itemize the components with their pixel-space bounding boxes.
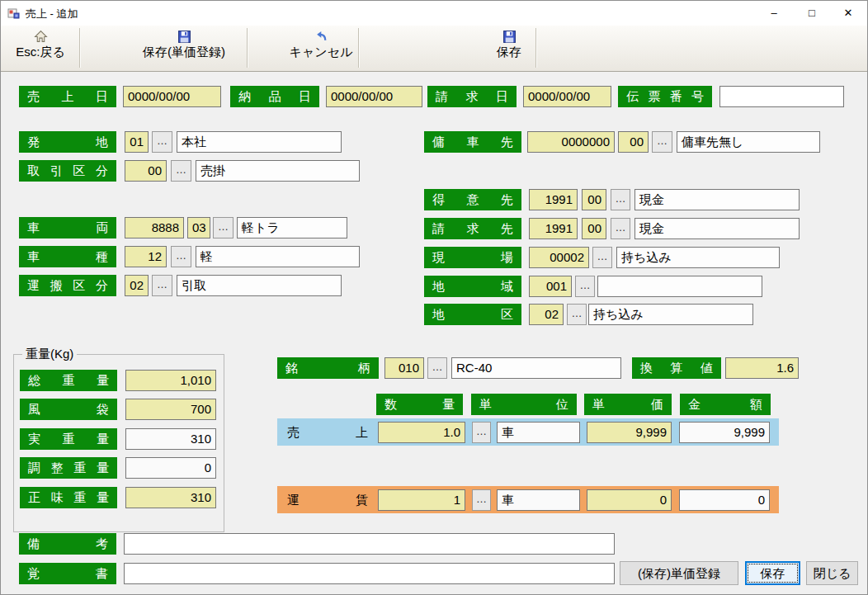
- home-icon: [34, 30, 48, 44]
- delivery-date-field[interactable]: 0000/00/00: [326, 86, 422, 107]
- sales-unit-browse-button[interactable]: …: [472, 422, 491, 443]
- conversion-field[interactable]: 1.6: [725, 357, 799, 379]
- billing-to-label: 請求先: [424, 218, 521, 239]
- hired-truck-name-field: 傭車先無し: [677, 131, 820, 153]
- transport-type-name-field: 引取: [177, 275, 342, 296]
- vehicle-sub-field[interactable]: 03: [187, 217, 210, 238]
- toolbar-save-unit-price-button[interactable]: 保存(単価登録): [123, 27, 245, 68]
- freight-unit-browse-button[interactable]: …: [472, 489, 491, 511]
- tare-weight-label: 風袋: [20, 399, 117, 420]
- brand-browse-button[interactable]: …: [427, 357, 447, 379]
- sales-qty-field[interactable]: 1.0: [378, 422, 465, 443]
- close-button[interactable]: ✕: [829, 1, 867, 26]
- site-code-field[interactable]: 00002: [529, 247, 589, 268]
- gross-weight-label: 総重量: [20, 370, 117, 391]
- hired-truck-browse-button[interactable]: …: [652, 131, 672, 153]
- area-browse-button[interactable]: …: [575, 276, 595, 297]
- toolbar-cancel-label: キャンセル: [285, 45, 357, 60]
- window-title: 売上 - 追加: [26, 7, 78, 21]
- district-code-field[interactable]: 02: [529, 304, 564, 325]
- sales-add-window: 売上 - 追加 – □ ✕ Esc:戻る 保存(単価登録) キャンセル 保存 売…: [0, 0, 868, 595]
- sales-unit-field[interactable]: 車: [497, 422, 580, 443]
- brand-code-field[interactable]: 010: [384, 357, 424, 379]
- sales-date-field[interactable]: 0000/00/00: [123, 86, 221, 107]
- maximize-button[interactable]: □: [793, 1, 831, 26]
- floppy-icon: [177, 30, 191, 44]
- billing-to-name-field: 現金: [634, 218, 800, 239]
- area-name-field: [597, 276, 762, 297]
- billing-date-field[interactable]: 0000/00/00: [523, 86, 611, 107]
- floppy-icon: [502, 30, 517, 44]
- gross-weight-field[interactable]: 1,010: [125, 370, 216, 391]
- transaction-type-browse-button[interactable]: …: [171, 160, 191, 182]
- toolbar-back-label: Esc:戻る: [2, 45, 78, 60]
- site-name-field: 持ち込み: [616, 247, 780, 268]
- hired-truck-sub-field[interactable]: 00: [618, 131, 649, 153]
- sales-date-label: 売上日: [19, 86, 116, 107]
- memo-label: 覚書: [19, 563, 116, 584]
- close-form-button[interactable]: 閉じる: [806, 561, 858, 585]
- sales-unit-price-field[interactable]: 9,999: [587, 422, 672, 443]
- origin-name-field: 本社: [177, 131, 342, 153]
- district-label: 地区: [424, 304, 521, 325]
- save-unit-price-button[interactable]: (保存)単価登録: [620, 561, 738, 585]
- vehicle-browse-button[interactable]: …: [213, 217, 234, 238]
- voucher-no-field[interactable]: [719, 86, 844, 107]
- customer-name-field: 現金: [634, 189, 800, 210]
- vehicle-code-field[interactable]: 8888: [125, 217, 184, 238]
- freight-unit-field[interactable]: 車: [497, 489, 580, 511]
- origin-code-field[interactable]: 01: [125, 131, 149, 153]
- vehicle-type-label: 車種: [19, 246, 116, 267]
- sales-amount-field: 9,999: [679, 422, 770, 443]
- transaction-type-code-field[interactable]: 00: [125, 160, 167, 182]
- area-code-field[interactable]: 001: [529, 276, 572, 297]
- billing-to-browse-button[interactable]: …: [611, 218, 630, 239]
- remarks-label: 備考: [19, 533, 116, 555]
- weight-group-title: 重量(Kg): [22, 347, 77, 361]
- hired-truck-code-field[interactable]: 0000000: [527, 131, 615, 153]
- transaction-type-label: 取引区分: [19, 160, 116, 182]
- vehicle-type-browse-button[interactable]: …: [171, 246, 191, 267]
- toolbar: Esc:戻る 保存(単価登録) キャンセル 保存: [1, 26, 867, 72]
- freight-unit-price-field[interactable]: 0: [587, 489, 672, 511]
- tare-weight-field[interactable]: 700: [125, 399, 216, 420]
- save-button[interactable]: 保存: [745, 561, 800, 585]
- voucher-no-label: 伝票番号: [618, 86, 712, 107]
- toolbar-save-unit-price-label: 保存(単価登録): [123, 45, 245, 60]
- amount-header: 金額: [680, 394, 771, 415]
- transport-type-label: 運搬区分: [19, 275, 116, 296]
- district-name-field: 持ち込み: [588, 304, 753, 325]
- net-weight-field[interactable]: 310: [125, 487, 216, 508]
- billing-to-sub-field[interactable]: 00: [582, 218, 606, 239]
- toolbar-separator: [535, 28, 537, 68]
- freight-qty-field[interactable]: 1: [378, 489, 465, 511]
- origin-browse-button[interactable]: …: [152, 131, 172, 153]
- customer-label: 得意先: [424, 189, 521, 210]
- undo-icon: [314, 30, 328, 44]
- billing-to-code-field[interactable]: 1991: [529, 218, 578, 239]
- toolbar-separator: [79, 28, 81, 68]
- hired-truck-label: 傭車先: [424, 131, 521, 153]
- remarks-field[interactable]: [124, 533, 615, 555]
- toolbar-separator: [247, 28, 248, 68]
- district-browse-button[interactable]: …: [567, 304, 587, 325]
- brand-label: 銘柄: [277, 357, 379, 379]
- vehicle-type-code-field[interactable]: 12: [125, 246, 167, 267]
- adjust-weight-label: 調整重量: [20, 457, 117, 479]
- memo-field[interactable]: [124, 563, 615, 584]
- app-icon: [7, 7, 21, 20]
- toolbar-back-button[interactable]: Esc:戻る: [2, 27, 78, 68]
- toolbar-cancel-button[interactable]: キャンセル: [285, 27, 357, 68]
- transport-type-code-field[interactable]: 02: [125, 275, 149, 296]
- actual-weight-label: 実重量: [20, 428, 117, 450]
- vehicle-label: 車両: [19, 217, 116, 238]
- minimize-button[interactable]: –: [755, 1, 793, 26]
- transport-type-browse-button[interactable]: …: [152, 275, 172, 296]
- toolbar-save-button[interactable]: 保存: [484, 27, 534, 68]
- customer-code-field[interactable]: 1991: [529, 189, 578, 210]
- customer-sub-field[interactable]: 00: [582, 189, 606, 210]
- billing-date-label: 請求日: [427, 86, 517, 107]
- customer-browse-button[interactable]: …: [611, 189, 630, 210]
- site-browse-button[interactable]: …: [592, 247, 612, 268]
- unit-header: 単位: [471, 394, 577, 415]
